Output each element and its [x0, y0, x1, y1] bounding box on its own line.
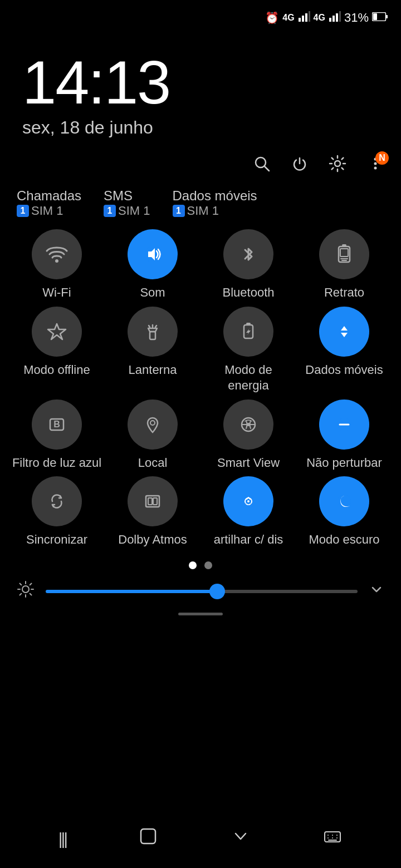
smart-view-icon — [223, 400, 273, 450]
svg-point-44 — [22, 586, 29, 593]
tile-bluetooth-label: Bluetooth — [223, 285, 275, 301]
tile-local-label: Local — [138, 455, 168, 471]
search-button[interactable] — [253, 155, 271, 177]
sim-sms-num: 1 — [104, 205, 116, 217]
settings-button[interactable] — [329, 155, 346, 177]
tile-wifi[interactable]: Wi-Fi — [11, 229, 102, 301]
filtro-luz-icon: B — [32, 400, 82, 450]
svg-rect-20 — [340, 249, 348, 257]
tile-local[interactable]: Local — [107, 400, 198, 471]
tile-modo-offline[interactable]: Modo offline — [11, 307, 102, 394]
tile-partilhar[interactable]: artilhar c/ dis — [203, 476, 294, 548]
bluetooth-icon — [223, 229, 273, 279]
battery-icon — [372, 11, 388, 24]
tile-nao-perturbar[interactable]: Não perturbar — [299, 400, 390, 471]
svg-line-27 — [155, 326, 157, 327]
partilhar-icon — [223, 476, 273, 526]
notification-badge: N — [375, 151, 389, 165]
modo-energia-icon — [223, 307, 273, 357]
svg-point-13 — [335, 161, 340, 166]
battery-percentage: 31% — [344, 11, 369, 25]
tile-bluetooth[interactable]: Bluetooth — [203, 229, 294, 301]
sim-data-text: SIM 1 — [187, 204, 219, 218]
tile-dados-moveis-label: Dados móveis — [305, 362, 383, 378]
svg-rect-5 — [332, 16, 335, 22]
svg-point-16 — [374, 167, 377, 170]
date: sex, 18 de junho — [22, 117, 379, 138]
modo-escuro-icon — [319, 476, 369, 526]
tile-sincronizar[interactable]: Sincronizar — [11, 476, 102, 548]
svg-rect-4 — [329, 18, 331, 22]
keyboard-button[interactable] — [322, 826, 343, 851]
lanterna-icon — [128, 307, 178, 357]
more-button[interactable]: N — [366, 155, 384, 177]
tile-wifi-label: Wi-Fi — [42, 285, 71, 301]
sim-sms-label: SMS — [104, 188, 150, 204]
svg-rect-40 — [153, 498, 157, 505]
page-dot-1 — [189, 561, 197, 569]
retrato-icon — [319, 229, 369, 279]
tile-retrato[interactable]: Retrato — [299, 229, 390, 301]
sim-sms: SMS 1 SIM 1 — [104, 188, 150, 218]
tile-lanterna[interactable]: Lanterna — [107, 307, 198, 394]
back-button[interactable]: ||| — [58, 830, 66, 849]
svg-point-42 — [247, 500, 250, 502]
power-button[interactable] — [291, 155, 309, 177]
tile-som[interactable]: Som — [107, 229, 198, 301]
sim-data-num: 1 — [173, 205, 185, 217]
sim-data-value: 1 SIM 1 — [173, 204, 257, 218]
recents-button[interactable] — [231, 826, 251, 851]
tile-smart-view-label: Smart View — [217, 455, 280, 471]
sim-calls-value: 1 SIM 1 — [17, 204, 81, 218]
sim-sms-value: 1 SIM 1 — [104, 204, 150, 218]
svg-rect-3 — [309, 11, 310, 22]
brightness-slider[interactable] — [46, 590, 358, 593]
tile-lanterna-label: Lanterna — [129, 362, 177, 378]
wifi-icon — [32, 229, 82, 279]
nao-perturbar-icon — [319, 400, 369, 450]
clock: 14:13 — [22, 52, 379, 113]
tile-dados-moveis[interactable]: Dados móveis — [299, 307, 390, 394]
sim-calls-text: SIM 1 — [31, 204, 63, 218]
tile-filtro-luz[interactable]: B Filtro de luz azul — [11, 400, 102, 471]
svg-point-15 — [374, 162, 377, 165]
tile-modo-escuro[interactable]: Modo escuro — [299, 476, 390, 548]
svg-line-49 — [20, 583, 22, 585]
tile-retrato-label: Retrato — [324, 285, 364, 301]
brightness-expand-button[interactable] — [369, 581, 384, 601]
sim-calls-label: Chamadas — [17, 188, 81, 204]
svg-text:B: B — [53, 420, 60, 429]
svg-rect-2 — [305, 13, 307, 22]
signal2-icon — [329, 10, 341, 25]
drag-handle — [0, 608, 401, 618]
som-icon — [128, 229, 178, 279]
sim-data-label: Dados móveis — [173, 188, 257, 204]
tile-dolby[interactable]: Dolby Atmos — [107, 476, 198, 548]
local-icon — [128, 400, 178, 450]
svg-point-17 — [55, 259, 58, 263]
svg-rect-9 — [373, 13, 377, 20]
svg-line-52 — [20, 594, 22, 595]
quick-settings-grid: Wi-Fi Som Bluetooth — [0, 229, 401, 548]
tile-modo-escuro-label: Modo escuro — [309, 532, 379, 548]
tile-modo-energia[interactable]: Modo de energia — [203, 307, 294, 394]
sim-calls-num: 1 — [17, 205, 29, 217]
svg-rect-23 — [342, 244, 346, 246]
tile-filtro-luz-label: Filtro de luz azul — [12, 455, 101, 471]
status-icons: ⏰ 4G 4G 31% — [265, 10, 388, 25]
svg-line-51 — [30, 583, 32, 585]
network1-badge: 4G — [282, 13, 294, 23]
brightness-row — [0, 575, 401, 608]
sim-section: Chamadas 1 SIM 1 SMS 1 SIM 1 Dados móvei… — [0, 183, 401, 229]
tile-nao-perturbar-label: Não perturbar — [306, 455, 382, 471]
tile-smart-view[interactable]: Smart View — [203, 400, 294, 471]
svg-rect-7 — [339, 11, 341, 22]
tile-som-label: Som — [140, 285, 165, 301]
tile-modo-energia-label: Modo de energia — [203, 362, 294, 394]
dados-moveis-icon — [319, 307, 369, 357]
brightness-thumb[interactable] — [209, 584, 225, 599]
tile-modo-offline-label: Modo offline — [23, 362, 90, 378]
home-button[interactable] — [138, 826, 158, 851]
svg-line-26 — [149, 326, 150, 327]
dolby-icon — [128, 476, 178, 526]
